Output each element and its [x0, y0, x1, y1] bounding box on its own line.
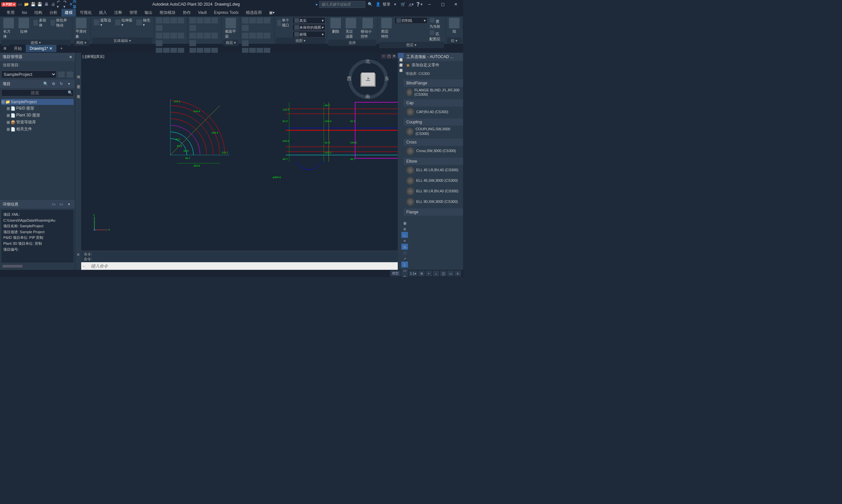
- undo-icon[interactable]: ↶ ▾: [57, 1, 63, 7]
- part-category[interactable]: Elbow: [404, 158, 463, 165]
- login-button[interactable]: 登录: [383, 2, 390, 7]
- status-dyn[interactable]: ▭: [401, 268, 408, 273]
- ribbon-tool-icon[interactable]: [211, 33, 218, 39]
- status-3dosnap[interactable]: ⬚: [401, 250, 408, 256]
- ribbon-拉伸面 ▾-button[interactable]: 拉伸面 ▾: [113, 17, 134, 28]
- ribbon-单个视口-button[interactable]: 单个视口: [276, 17, 292, 29]
- share-icon[interactable]: ✈ 共享: [70, 1, 76, 7]
- ribbon-tool-icon[interactable]: [190, 40, 196, 46]
- part-item[interactable]: ELL 90,SW,3000 (CS300): [404, 197, 463, 207]
- ribbon-提取边 ▾-button[interactable]: 提取边 ▾: [92, 17, 113, 28]
- tree-search-go-icon[interactable]: 🔍: [68, 90, 73, 95]
- status-grid[interactable]: ▦: [401, 220, 408, 226]
- ribbon-tool-icon[interactable]: [264, 17, 270, 23]
- panel-title[interactable]: 选择: [329, 40, 376, 46]
- ribbon-长方体-button[interactable]: 长方体: [1, 17, 16, 40]
- ribbon-tool-icon[interactable]: [178, 17, 184, 23]
- ribbon-tool-icon[interactable]: [178, 33, 184, 39]
- ribbon-tool-icon[interactable]: [156, 40, 162, 46]
- open-icon[interactable]: 📂: [24, 1, 30, 7]
- ribbon-tool-icon[interactable]: [156, 25, 162, 31]
- ribbon-combo[interactable]: 真实 ▾: [293, 17, 326, 24]
- menu-建模[interactable]: 建模: [62, 9, 76, 17]
- ribbon-tool-icon[interactable]: [190, 25, 196, 31]
- ribbon-无过滤器-button[interactable]: 无过滤器: [344, 17, 358, 40]
- menu-常用[interactable]: 常用: [3, 9, 18, 17]
- ribbon-tool-icon[interactable]: [170, 17, 177, 23]
- print-icon[interactable]: 🖨: [50, 1, 56, 7]
- menu-Vault[interactable]: Vault: [195, 9, 210, 16]
- part-item[interactable]: ELL 45 LR,BV,40 (CS300): [404, 165, 463, 176]
- menu-插入[interactable]: 插入: [96, 9, 110, 17]
- ribbon-组-button[interactable]: 组: [447, 17, 461, 35]
- menu-精选应用[interactable]: 精选应用: [243, 9, 265, 17]
- add-custom-part-button[interactable]: ⊕ 添加自定义零件: [404, 61, 463, 69]
- ribbon-置为当前[interactable]: 置为当前: [428, 17, 444, 29]
- vtab-2[interactable]: 管道支撑等级库: [398, 58, 404, 63]
- refresh-icon[interactable]: ↻: [58, 81, 64, 87]
- status-model-button[interactable]: 模型: [390, 270, 401, 276]
- ribbon-tool-icon[interactable]: [249, 17, 256, 23]
- details-scrollbar[interactable]: [1, 264, 74, 269]
- ribbon-tool-icon[interactable]: [163, 17, 170, 23]
- part-category[interactable]: Cross: [404, 139, 463, 146]
- menu-可视化[interactable]: 可视化: [76, 9, 95, 17]
- status-ortho[interactable]: ∟: [401, 232, 408, 238]
- ribbon-平滑对象-button[interactable]: 平滑对象: [74, 17, 89, 40]
- saveas-icon[interactable]: 💾: [37, 1, 43, 7]
- plot-icon[interactable]: 🖶: [43, 1, 50, 7]
- part-category[interactable]: Coupling: [404, 119, 463, 126]
- status-plus-icon[interactable]: ＋: [425, 270, 432, 276]
- tree-node[interactable]: ⊞ 📄 相关文件: [1, 126, 74, 132]
- ribbon-tool-icon[interactable]: [264, 33, 270, 39]
- search-input[interactable]: 键入关键字或短语: [319, 1, 365, 8]
- part-item[interactable]: CAP,BV,40 (CS300): [404, 107, 463, 117]
- tree-menu-icon[interactable]: ▾: [66, 81, 72, 87]
- menu-注释[interactable]: 注释: [111, 9, 125, 17]
- cmd-close-icon[interactable]: ✕: [76, 252, 80, 257]
- cmd-prompt-icon[interactable]: ▸_: [82, 264, 89, 269]
- proj-btn1-icon[interactable]: [58, 72, 65, 77]
- panel-title[interactable]: 组 ▾: [447, 38, 461, 44]
- tree-btn1-icon[interactable]: ⚙: [51, 81, 56, 87]
- status-ducs[interactable]: L: [401, 262, 408, 268]
- ribbon-多段体-button[interactable]: 多段体: [32, 17, 48, 29]
- status-gear-icon[interactable]: ⚙: [418, 270, 425, 276]
- status-snap[interactable]: ⊞: [401, 226, 408, 232]
- ribbon-图层特性-button[interactable]: 图层特性: [379, 17, 394, 40]
- vtab-3[interactable]: 仪表等级库: [398, 63, 404, 69]
- app-logo-icon[interactable]: A P3D ▾: [1, 2, 16, 6]
- panel-title[interactable]: 网格 ▾: [74, 40, 89, 46]
- tab-close-icon[interactable]: ✕: [49, 46, 52, 51]
- status-iso-icon[interactable]: ◫: [440, 270, 446, 276]
- detail-btn1-icon[interactable]: ▭: [51, 201, 56, 207]
- menu-分析[interactable]: 分析: [46, 9, 61, 17]
- vtab-1[interactable]: 动态管道等级库: [398, 53, 404, 58]
- ribbon-tool-icon[interactable]: [211, 17, 218, 23]
- tab-drawing[interactable]: Drawing1* ✕: [26, 45, 56, 52]
- part-category[interactable]: Flange: [404, 209, 463, 216]
- ribbon-tool-icon[interactable]: [190, 33, 196, 39]
- part-item[interactable]: Cross,SW,3000 (CS300): [404, 146, 463, 156]
- status-lwt[interactable]: ≡: [401, 273, 408, 277]
- panel-close-icon[interactable]: ✕: [69, 55, 72, 59]
- ribbon-combo[interactable]: 切割线 ▾: [394, 17, 427, 24]
- help-icon[interactable]: ❔▾: [416, 1, 422, 7]
- menu-协作[interactable]: 协作: [179, 9, 194, 17]
- status-clean-icon[interactable]: ▭: [447, 270, 454, 276]
- ribbon-tool-icon[interactable]: [156, 17, 162, 23]
- menu-输出[interactable]: 输出: [141, 9, 156, 17]
- ribbon-tool-icon[interactable]: [242, 17, 248, 23]
- ribbon-tool-icon[interactable]: [156, 33, 162, 39]
- part-item[interactable]: COUPLING,SW,3000 (CS300): [404, 126, 463, 137]
- ribbon-抽壳 ▾-button[interactable]: 抽壳 ▾: [135, 17, 153, 28]
- panel-title[interactable]: 实体编辑 ▾: [92, 38, 153, 44]
- ribbon-tool-icon[interactable]: [257, 33, 263, 39]
- part-category[interactable]: Cap: [404, 99, 463, 107]
- ribbon-combo[interactable]: 未保存的视图 ▾: [293, 24, 326, 31]
- tree-node[interactable]: ⊞ 📄 Plant 3D 图形: [1, 112, 74, 119]
- tree-search-input[interactable]: [2, 90, 68, 95]
- ucs-icon[interactable]: X Y: [91, 213, 111, 234]
- tab-new-button[interactable]: +: [56, 45, 67, 52]
- status-menu-icon[interactable]: ≡: [455, 270, 461, 276]
